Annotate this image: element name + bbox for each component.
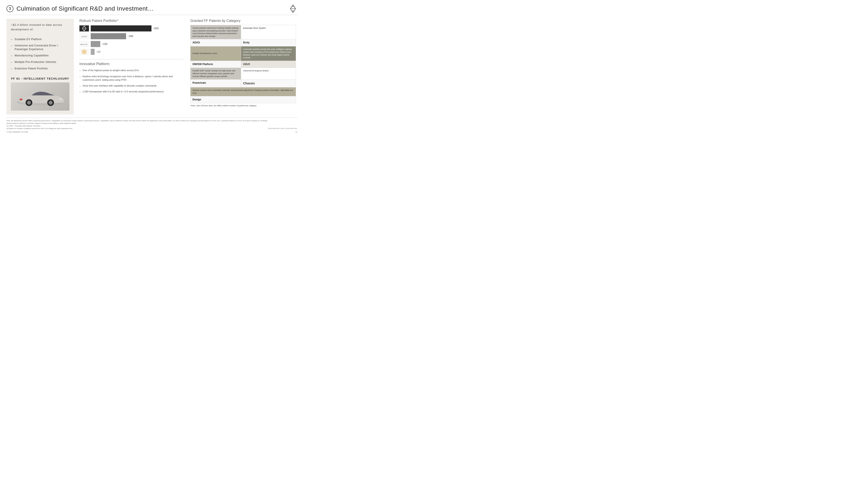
bullet-dash: – [11, 67, 12, 71]
footer-notes: Note: All statements shown reflect expec… [6, 120, 268, 130]
powertrain-label: Powertrain [190, 79, 241, 87]
lucid-logo: LUCID [80, 33, 89, 39]
adas-label: ADAS [190, 39, 241, 46]
car-section: FF 91 - INTELLIGENT TECHLUXURY [11, 77, 69, 110]
section-number: 3 [6, 5, 13, 12]
list-item: – Immersive and Connected Driver / Passe… [11, 42, 69, 53]
body-content-cell: Automatic seamless hands-free entry Inte… [241, 46, 296, 61]
patent-chart: ~650 LUCID ~390 [80, 25, 183, 55]
table-row: ADAS Body [190, 39, 296, 46]
design-content: Modular camera mirror assembly Automatic… [190, 87, 296, 96]
body-label: Body [241, 39, 296, 46]
bar-label-rivian: ~100 [101, 42, 107, 45]
bullet-dash: – [11, 54, 12, 58]
bar-wrap-lucid: ~390 [91, 33, 183, 39]
bullet-dash: – [80, 84, 81, 88]
innovative-list: – One of the highest power-to-weight rat… [80, 69, 183, 94]
note-text: All statements shown reflect expected pe… [6, 120, 268, 124]
page-header: 3 Culmination of Significant R&D and Inv… [6, 4, 297, 15]
chassis-label: Chassis [241, 79, 296, 87]
ff-logo [289, 4, 297, 13]
patent-note: *Note: Size of boxes does not reflect re… [190, 104, 296, 107]
bullet-dash: – [80, 90, 81, 94]
svg-line-3 [293, 9, 296, 12]
page-number: 14 [295, 131, 297, 133]
svg-line-0 [290, 5, 293, 9]
chart-row-ff: ~650 [80, 25, 183, 31]
table-row: Multiple Simultaneous Users Automatic se… [190, 46, 296, 61]
footnote-2: (2) Based on number of patents issued fr… [6, 128, 73, 129]
innovative-text: Voice first user interface with capabili… [83, 84, 156, 88]
svg-text:◆RIVIAN: ◆RIVIAN [81, 44, 88, 45]
innovative-item: – 1,050 Horsepower with 0 to 60 mph in <… [80, 90, 183, 94]
copyright: © 2022 FARADAY FUTURE [6, 131, 28, 133]
bar-label-ff: ~650 [153, 27, 159, 30]
auto-door-cell: Automatic Door System [241, 25, 296, 39]
svg-point-9 [20, 98, 23, 100]
innovative-item: – One of the highest power-to-weight rat… [80, 69, 183, 72]
innovative-text: 1,050 Horsepower with 0 to 60 mph in <2.… [83, 90, 164, 94]
footer-row: Note: All statements shown reflect expec… [6, 120, 297, 130]
svg-line-1 [293, 5, 296, 9]
list-item: – Manufacturing Capabilities [11, 53, 69, 59]
bar-label-other: ~13 [96, 50, 100, 53]
svg-line-2 [290, 9, 293, 12]
bar-label-lucid: ~390 [127, 35, 133, 38]
table-row: Parallel IGBT¹ power modules for high po… [190, 68, 296, 79]
confidential-label: PROPRIETARY AND CONFIDENTIAL [268, 127, 297, 130]
car-image [11, 83, 69, 110]
footnote-1: (1) IGBT = Insulated-Gate Bipolar Transi… [6, 125, 41, 127]
page-title: Culmination of Significant R&D and Inves… [17, 5, 154, 12]
bullet-text: Extensive Patent Portfolio [14, 67, 48, 70]
bar-other [91, 49, 95, 55]
footer-bottom-row: © 2022 FARADAY FUTURE 14 [6, 131, 297, 133]
chart-row-lucid: LUCID ~390 [80, 33, 183, 39]
chart-row-other: ~13 [80, 49, 183, 55]
other-logo [80, 49, 89, 55]
bar-ff [91, 25, 152, 31]
note-label: Note: [6, 120, 11, 122]
intro-text: ~$2.4 billion invested to date across de… [11, 23, 69, 32]
feature-list: – Scalable EV Platform – Immersive and C… [11, 36, 69, 72]
innovative-item: – Keyless entry technology recognizes us… [80, 75, 183, 82]
rivian-logo: ◆RIVIAN [80, 41, 89, 47]
table-row: Design [190, 96, 296, 103]
list-item: – Multiple Pre-Production Vehicles [11, 59, 69, 65]
bullet-dash: – [11, 61, 12, 64]
bullet-dash: – [80, 75, 81, 78]
bullet-dash: – [11, 44, 12, 48]
header-left: 3 Culmination of Significant R&D and Inv… [6, 5, 154, 12]
uiux-label: UI/UX [241, 61, 296, 68]
innovative-text: Keyless entry technology recognizes user… [83, 75, 183, 82]
bullet-dash: – [80, 69, 81, 72]
chart-title: Robust Patent Portfolio(2) [80, 19, 183, 23]
chart-row-rivian: ◆RIVIAN ~100 [80, 41, 183, 47]
table-row: Camera-based Autonomous Parking enables … [190, 25, 296, 39]
innovative-title: Innovative Platform: [80, 62, 183, 66]
bar-wrap-other: ~13 [91, 49, 183, 55]
ff-logo-chart [80, 25, 89, 31]
patents-title: Granted FF Patents by Category [190, 19, 296, 23]
list-item: – Extensive Patent Portfolio [11, 65, 69, 72]
footer-right: PROPRIETARY AND CONFIDENTIAL [268, 127, 297, 130]
bullet-text: Scalable EV Platform [14, 37, 42, 41]
main-content: ~$2.4 billion invested to date across de… [6, 19, 297, 115]
bullet-text: Multiple Pre-Production Vehicles [14, 60, 56, 64]
svg-point-38 [83, 51, 85, 53]
powertrain-content: Parallel IGBT¹ power modules for high po… [190, 68, 241, 79]
bullet-text: Manufacturing Capabilities [14, 54, 49, 58]
list-item: – Scalable EV Platform [11, 36, 69, 43]
car-title: FF 91 - INTELLIGENT TECHLUXURY [11, 77, 69, 80]
table-row: Powertrain Chassis [190, 79, 296, 87]
bullet-text: Immersive and Connected Driver / Passeng… [14, 44, 69, 51]
bar-wrap-rivian: ~100 [91, 41, 183, 47]
svg-text:LUCID: LUCID [82, 36, 87, 37]
table-row: Modular camera mirror assembly Automatic… [190, 87, 296, 96]
svg-point-8 [59, 98, 62, 100]
innovative-item: – Voice first user interface with capabi… [80, 84, 183, 88]
table-row: HW/SW Platform UI/UX [190, 61, 296, 68]
middle-panel: Robust Patent Portfolio(2) [77, 19, 186, 115]
bar-wrap-ff: ~650 [91, 25, 183, 31]
bar-rivian [91, 41, 100, 47]
left-panel: ~$2.4 billion invested to date across de… [6, 19, 74, 115]
